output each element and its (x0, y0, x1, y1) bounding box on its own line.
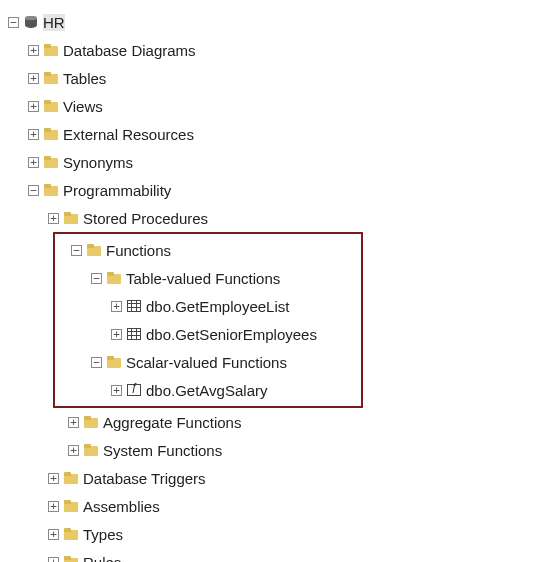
expand-icon[interactable]: + (111, 385, 122, 396)
tree-node-database-diagrams[interactable]: + Database Diagrams (8, 36, 531, 64)
tree-node-table-valued-functions[interactable]: − Table-valued Functions (55, 264, 361, 292)
folder-icon (63, 555, 79, 562)
node-label: Stored Procedures (83, 210, 208, 227)
table-function-icon (126, 327, 142, 341)
collapse-icon[interactable]: − (91, 357, 102, 368)
tree-node-fn-getavgsalary[interactable]: + dbo.GetAvgSalary (55, 376, 361, 404)
expand-icon[interactable]: + (28, 73, 39, 84)
collapse-icon[interactable]: − (8, 17, 19, 28)
node-label: Synonyms (63, 154, 133, 171)
expand-icon[interactable]: + (68, 417, 79, 428)
node-label: Types (83, 526, 123, 543)
folder-icon (63, 211, 79, 225)
expand-icon[interactable]: + (68, 445, 79, 456)
tree-node-external-resources[interactable]: + External Resources (8, 120, 531, 148)
node-label: Table-valued Functions (126, 270, 280, 287)
folder-icon (43, 99, 59, 113)
expand-icon[interactable]: + (48, 529, 59, 540)
tree-node-aggregate-functions[interactable]: + Aggregate Functions (8, 408, 531, 436)
expand-icon[interactable]: + (28, 129, 39, 140)
tree-node-fn-getemployeelist[interactable]: + dbo.GetEmployeeList (55, 292, 361, 320)
expand-icon[interactable]: + (111, 329, 122, 340)
node-label: Views (63, 98, 103, 115)
node-label: Rules (83, 554, 121, 563)
collapse-icon[interactable]: − (71, 245, 82, 256)
tree-node-tables[interactable]: + Tables (8, 64, 531, 92)
tree-node-rules[interactable]: + Rules (8, 548, 531, 562)
tree-node-scalar-valued-functions[interactable]: − Scalar-valued Functions (55, 348, 361, 376)
node-label: Functions (106, 242, 171, 259)
node-label: System Functions (103, 442, 222, 459)
node-label: Database Triggers (83, 470, 206, 487)
folder-icon (83, 443, 99, 457)
node-label: dbo.GetSeniorEmployees (146, 326, 317, 343)
collapse-icon[interactable]: − (28, 185, 39, 196)
tree-node-stored-procedures[interactable]: + Stored Procedures (8, 204, 531, 232)
expand-icon[interactable]: + (28, 45, 39, 56)
node-label: dbo.GetAvgSalary (146, 382, 267, 399)
collapse-icon[interactable]: − (91, 273, 102, 284)
expand-icon[interactable]: + (48, 473, 59, 484)
tree-node-assemblies[interactable]: + Assemblies (8, 492, 531, 520)
tree-node-database[interactable]: − HR (8, 8, 531, 36)
expand-icon[interactable]: + (28, 101, 39, 112)
expand-icon[interactable]: + (48, 557, 59, 563)
node-label: Programmability (63, 182, 171, 199)
tree-node-views[interactable]: + Views (8, 92, 531, 120)
tree-node-database-triggers[interactable]: + Database Triggers (8, 464, 531, 492)
folder-icon (43, 155, 59, 169)
database-icon (23, 15, 39, 29)
expand-icon[interactable]: + (111, 301, 122, 312)
node-label: Database Diagrams (63, 42, 196, 59)
folder-icon (43, 183, 59, 197)
tree-node-types[interactable]: + Types (8, 520, 531, 548)
node-label: Aggregate Functions (103, 414, 241, 431)
node-label: Tables (63, 70, 106, 87)
expand-icon[interactable]: + (28, 157, 39, 168)
tree-node-synonyms[interactable]: + Synonyms (8, 148, 531, 176)
highlight-region: − Functions − Table-valued Functions + d… (53, 232, 363, 408)
folder-icon (43, 71, 59, 85)
folder-icon (43, 127, 59, 141)
folder-icon (83, 415, 99, 429)
folder-icon (106, 271, 122, 285)
expand-icon[interactable]: + (48, 213, 59, 224)
node-label: Assemblies (83, 498, 160, 515)
folder-icon (63, 527, 79, 541)
expand-icon[interactable]: + (48, 501, 59, 512)
node-label: dbo.GetEmployeeList (146, 298, 289, 315)
tree-node-system-functions[interactable]: + System Functions (8, 436, 531, 464)
scalar-function-icon (126, 383, 142, 397)
folder-icon (63, 499, 79, 513)
folder-icon (106, 355, 122, 369)
tree-node-fn-getsenioremployees[interactable]: + dbo.GetSeniorEmployees (55, 320, 361, 348)
table-function-icon (126, 299, 142, 313)
node-label: HR (43, 14, 65, 31)
node-label: External Resources (63, 126, 194, 143)
folder-icon (43, 43, 59, 57)
node-label: Scalar-valued Functions (126, 354, 287, 371)
tree-node-programmability[interactable]: − Programmability (8, 176, 531, 204)
folder-icon (63, 471, 79, 485)
tree-node-functions[interactable]: − Functions (55, 236, 361, 264)
folder-icon (86, 243, 102, 257)
